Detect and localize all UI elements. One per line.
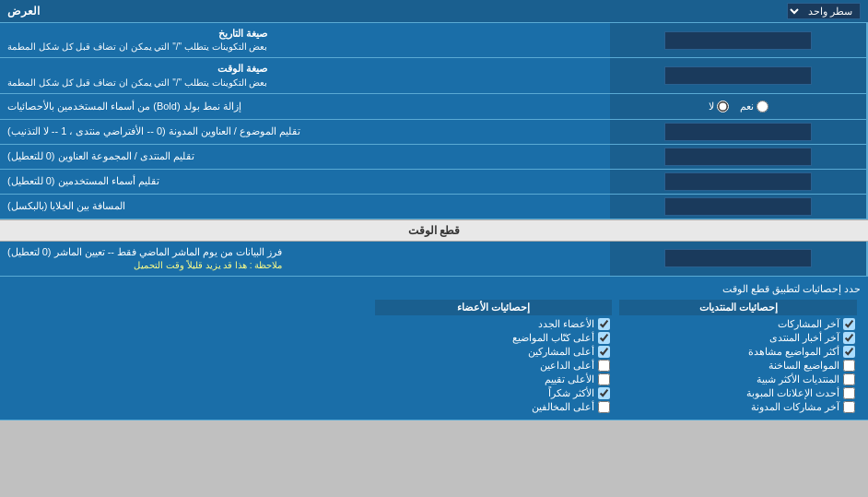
list-item: الأكثر شكراً bbox=[375, 386, 613, 400]
bold-label: إزالة نمط بولد (Bold) من أسماء المستخدمي… bbox=[0, 94, 610, 119]
bold-radio-group: نعم لا bbox=[699, 97, 778, 116]
realtime-section-header: قطع الوقت bbox=[0, 219, 868, 242]
bold-row: نعم لا إزالة نمط بولد (Bold) من أسماء ال… bbox=[0, 94, 868, 120]
stats-col-members: إحصائيات الأعضاء الأعضاء الجدد أعلى كتّا… bbox=[371, 298, 616, 416]
cell-distance-input-cell: 2 bbox=[610, 195, 868, 219]
list-item: أعلى الداعين bbox=[375, 359, 613, 373]
stat-forum-5[interactable] bbox=[843, 387, 855, 399]
filter-label: فرز البيانات من يوم الماشر الماضي فقط --… bbox=[0, 242, 610, 276]
stat-member-2[interactable] bbox=[598, 346, 610, 358]
stats-col2-title: إحصائيات الأعضاء bbox=[375, 300, 613, 315]
time-format-input-cell: H:i bbox=[610, 58, 868, 92]
display-select[interactable]: سطر واحدسطرانثلاثة أسطر bbox=[787, 3, 861, 19]
date-format-title: صيغة التاريخ bbox=[7, 27, 267, 41]
forum-topics-input-cell: 33 bbox=[610, 120, 868, 144]
stat-member-3[interactable] bbox=[598, 360, 610, 372]
time-format-label: صيغة الوقت بعض التكوينات يتطلب "/" التي … bbox=[0, 58, 610, 92]
usernames-input-cell: 0 bbox=[610, 170, 868, 194]
bold-no-label[interactable]: لا bbox=[709, 101, 729, 112]
forum-topics-label: تقليم الموضوع / العناوين المدونة (0 -- ا… bbox=[0, 120, 610, 144]
list-item: آخر أخبار المنتدى bbox=[619, 331, 857, 345]
stat-member-4[interactable] bbox=[598, 373, 610, 385]
forum-group-row: 33 تقليم المنتدى / المجموعة العناوين (0 … bbox=[0, 145, 868, 170]
list-item: الأعضاء الجدد bbox=[375, 317, 613, 331]
bold-radio-cell: نعم لا bbox=[610, 94, 868, 119]
date-format-label: صيغة التاريخ بعض التكوينات يتطلب "/" الت… bbox=[0, 23, 610, 57]
stats-col1-title: إحصائيات المنتديات bbox=[619, 300, 857, 315]
time-format-sublabel: بعض التكوينات يتطلب "/" التي يمكن ان تضا… bbox=[7, 77, 267, 89]
stat-member-1[interactable] bbox=[598, 332, 610, 344]
stats-col-forums: إحصائيات المنتديات آخر المشاركات آخر أخب… bbox=[616, 298, 861, 416]
date-format-sublabel: بعض التكوينات يتطلب "/" التي يمكن ان تضا… bbox=[7, 41, 267, 53]
filter-input[interactable]: 0 bbox=[664, 249, 812, 267]
bold-yes-radio[interactable] bbox=[757, 101, 768, 112]
filter-input-cell: 0 bbox=[610, 242, 868, 276]
date-format-input[interactable]: d-m bbox=[664, 31, 812, 50]
forum-group-input[interactable]: 33 bbox=[664, 148, 812, 166]
forum-group-label: تقليم المنتدى / المجموعة العناوين (0 للت… bbox=[0, 145, 610, 169]
time-format-input[interactable]: H:i bbox=[664, 66, 812, 85]
list-item: أعلى المشاركين bbox=[375, 345, 613, 359]
stats-title: حدد إحصائيات لتطبيق قطع الوقت bbox=[7, 280, 861, 298]
list-item: أعلى المخالفين bbox=[375, 400, 613, 414]
cell-distance-input[interactable]: 2 bbox=[664, 197, 812, 216]
date-format-row: d-m صيغة التاريخ بعض التكوينات يتطلب "/"… bbox=[0, 23, 868, 58]
stat-forum-3[interactable] bbox=[843, 360, 855, 372]
stats-section: حدد إحصائيات لتطبيق قطع الوقت إحصائيات ا… bbox=[0, 277, 868, 420]
header-label: العرض bbox=[7, 5, 40, 18]
forum-group-input-cell: 33 bbox=[610, 145, 868, 169]
usernames-label: تقليم أسماء المستخدمين (0 للتعطيل) bbox=[0, 170, 610, 194]
list-item: المنتديات الأكثر شبية bbox=[619, 373, 857, 386]
filter-main-label: فرز البيانات من يوم الماشر الماضي فقط --… bbox=[7, 245, 282, 259]
list-item: الأعلى تقييم bbox=[375, 373, 613, 386]
stat-forum-6[interactable] bbox=[843, 401, 855, 413]
usernames-input[interactable]: 0 bbox=[664, 172, 812, 191]
stat-member-6[interactable] bbox=[598, 401, 610, 413]
stats-grid: إحصائيات المنتديات آخر المشاركات آخر أخب… bbox=[7, 298, 861, 416]
usernames-row: 0 تقليم أسماء المستخدمين (0 للتعطيل) bbox=[0, 170, 868, 195]
cell-distance-label: المسافة بين الخلايا (بالبكسل) bbox=[0, 195, 610, 219]
bold-no-radio[interactable] bbox=[717, 101, 729, 112]
stat-forum-2[interactable] bbox=[843, 346, 855, 358]
list-item: أحدث الإعلانات المبوبة bbox=[619, 386, 857, 400]
time-format-row: H:i صيغة الوقت بعض التكوينات يتطلب "/" ا… bbox=[0, 58, 868, 93]
main-container: سطر واحدسطرانثلاثة أسطر العرض d-m صيغة ا… bbox=[0, 0, 868, 420]
date-format-input-cell: d-m bbox=[610, 23, 868, 57]
list-item: آخر مشاركات المدونة bbox=[619, 400, 857, 414]
bold-yes-label[interactable]: نعم bbox=[740, 101, 768, 112]
forum-topics-row: 33 تقليم الموضوع / العناوين المدونة (0 -… bbox=[0, 120, 868, 145]
time-format-title: صيغة الوقت bbox=[7, 62, 267, 76]
header-row: سطر واحدسطرانثلاثة أسطر العرض bbox=[0, 0, 868, 23]
forum-topics-input[interactable]: 33 bbox=[664, 123, 812, 141]
list-item: آخر المشاركات bbox=[619, 317, 857, 331]
stat-forum-4[interactable] bbox=[843, 373, 855, 385]
list-item: أعلى كتّاب المواضيع bbox=[375, 331, 613, 345]
stat-forum-0[interactable] bbox=[843, 318, 855, 330]
filter-row: 0 فرز البيانات من يوم الماشر الماضي فقط … bbox=[0, 242, 868, 277]
stat-member-5[interactable] bbox=[598, 387, 610, 399]
list-item: المواضيع الساخنة bbox=[619, 359, 857, 373]
filter-note: ملاحظة : هذا قد يزيد قليلاً وقت التحميل bbox=[7, 259, 282, 272]
stat-member-0[interactable] bbox=[598, 318, 610, 330]
list-item: أكثر المواضيع مشاهدة bbox=[619, 345, 857, 359]
cell-distance-row: 2 المسافة بين الخلايا (بالبكسل) bbox=[0, 195, 868, 219]
stats-col-empty bbox=[7, 298, 371, 416]
stat-forum-1[interactable] bbox=[843, 332, 855, 344]
